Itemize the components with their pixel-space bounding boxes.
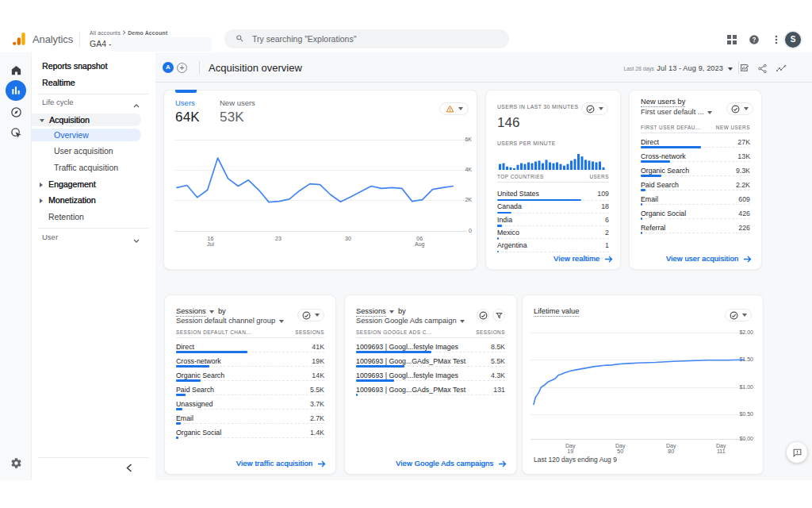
settings-gear-icon[interactable] — [10, 457, 22, 469]
row-separator — [176, 394, 324, 395]
link-label: View Google Ads campaigns — [396, 460, 493, 468]
row-value-bar — [176, 422, 181, 425]
realtime-users-count: 146 — [497, 115, 519, 131]
apps-grid-icon[interactable] — [726, 34, 737, 45]
feedback-button[interactable] — [787, 442, 807, 463]
table-row: Cross-network19K — [176, 356, 324, 370]
dotted-underline-label: SESSION GOOGLE ADS C... — [356, 329, 432, 335]
nav-traffic-acquisition[interactable]: Traffic acquisition — [32, 161, 155, 174]
nav-engagement[interactable]: Engagement — [32, 178, 155, 190]
nav-section-life-cycle[interactable]: Life cycle — [32, 96, 155, 109]
row-value-bar — [641, 217, 642, 220]
section-chevron — [133, 99, 140, 112]
customize-report-icon[interactable] — [740, 64, 750, 74]
header-rule — [497, 182, 609, 183]
caret-down-icon — [389, 310, 394, 314]
row-label: Cross-network — [641, 152, 686, 160]
search-icon — [236, 34, 244, 43]
row-value: 2.2K — [736, 181, 750, 189]
link-label: View user acquisition — [666, 255, 738, 263]
insights-icon[interactable] — [776, 64, 787, 74]
more-vert-icon[interactable] — [771, 34, 782, 45]
comparison-chip[interactable]: A — [163, 62, 174, 73]
chevron-down-icon — [133, 239, 140, 243]
filter-button[interactable] — [492, 309, 505, 321]
users-trend-card: Users 64K New users 53K 6K 4K 2K 0 16Jul — [163, 90, 477, 270]
filter-funnel-icon — [496, 312, 503, 319]
nav-acquisition[interactable]: Acquisition — [32, 114, 141, 126]
view-traffic-acquisition-link[interactable]: View traffic acquisition — [236, 460, 326, 468]
check-circle-button[interactable] — [477, 309, 489, 321]
breadcrumb[interactable]: All accounts Demo Account — [90, 30, 167, 36]
dimension-dropdown[interactable]: First user default ... — [641, 108, 712, 116]
nav-item-label: User — [42, 233, 58, 241]
row-value: 5.5K — [310, 386, 324, 394]
home-icon[interactable] — [10, 64, 22, 76]
row-label: Email — [176, 414, 193, 422]
nav-item-label: Acquisition — [49, 115, 90, 125]
help-icon[interactable] — [749, 34, 760, 45]
new-users-by-card: New users by First user default ... FIRS… — [629, 90, 762, 270]
collapse-nav-icon[interactable] — [126, 464, 132, 472]
nav-realtime[interactable]: Realtime — [32, 76, 155, 89]
card-menu[interactable] — [726, 102, 753, 115]
row-value: 41K — [312, 343, 324, 351]
table-row: Referral226 — [641, 222, 750, 237]
view-google-ads-campaigns-link[interactable]: View Google Ads campaigns — [396, 460, 507, 468]
nav-overview-active[interactable]: Overview — [32, 129, 141, 141]
row-value-bar — [356, 351, 431, 353]
row-label: Referral — [641, 224, 665, 232]
product-name[interactable]: Analytics — [33, 33, 73, 45]
ltv-footnote: Last 120 days ending Aug 9 — [534, 456, 617, 464]
table-row: Paid Search2.2K — [641, 179, 750, 194]
nav-section-user[interactable]: User — [32, 231, 155, 244]
account-avatar[interactable]: S — [785, 32, 801, 48]
column-header-label: USERS — [589, 174, 609, 179]
explore-icon[interactable] — [10, 106, 22, 118]
nav-reports-snapshot[interactable]: Reports snapshot — [32, 60, 155, 72]
nav-user-acquisition[interactable]: User acquisition — [32, 144, 155, 157]
date-range-picker[interactable]: Jul 13 - Aug 9, 2023 — [657, 64, 723, 72]
row-label: 1009693 | Googl...festyle Images — [356, 371, 458, 379]
row-label: United States — [497, 190, 539, 198]
row-label: Organic Social — [641, 210, 686, 217]
google-analytics-logo-icon[interactable] — [13, 33, 25, 46]
view-user-acquisition-link[interactable]: View user acquisition — [666, 255, 752, 263]
row-label: Paid Search — [641, 181, 679, 189]
row-value-bar — [641, 189, 645, 191]
nav-monetization[interactable]: Monetization — [32, 194, 155, 206]
dimension-dropdown[interactable]: Session default channel group — [176, 317, 284, 325]
check-circle-icon — [586, 105, 595, 114]
dimension-dropdown[interactable]: Session Google Ads campaign — [356, 317, 465, 325]
card-menu[interactable] — [581, 102, 608, 115]
row-value-bar — [641, 175, 661, 177]
advertising-icon[interactable] — [10, 127, 22, 139]
toolbar-divider — [738, 61, 739, 74]
card-title: Sessions by — [356, 307, 406, 315]
row-label: 1009693 | Googl...festyle Images — [356, 343, 458, 351]
property-selector[interactable]: GA4 - — [90, 39, 111, 48]
table-row: Email2.7K — [176, 413, 324, 427]
reports-icon-active[interactable] — [6, 80, 26, 101]
column-header-label: SESSIONS — [295, 329, 324, 335]
card-title: New users by — [641, 98, 685, 106]
nav-retention[interactable]: Retention — [32, 210, 155, 223]
card-title: Sessions by — [176, 307, 226, 315]
add-comparison-button[interactable]: + — [177, 63, 187, 73]
row-value-bar — [641, 232, 642, 234]
row-label: India — [497, 216, 512, 224]
arrow-right-icon — [317, 460, 326, 468]
row-value: 1 — [605, 241, 609, 249]
users-per-minute-bars — [499, 152, 607, 170]
check-circle-icon — [731, 105, 740, 114]
row-value: 426 — [738, 210, 750, 217]
table-row: Email609 — [641, 194, 750, 208]
table-row: Organic Search9.3K — [641, 165, 750, 179]
dotted-underline-label: SESSION DEFAULT CHAN... — [176, 329, 251, 335]
view-realtime-link[interactable]: View realtime — [553, 255, 613, 263]
share-icon[interactable] — [757, 64, 768, 74]
card-menu[interactable] — [297, 309, 324, 321]
row-value-bar — [356, 379, 394, 382]
table-row: Mexico2 — [497, 227, 609, 240]
search-bar[interactable]: Try searching "Explorations" — [224, 29, 509, 48]
